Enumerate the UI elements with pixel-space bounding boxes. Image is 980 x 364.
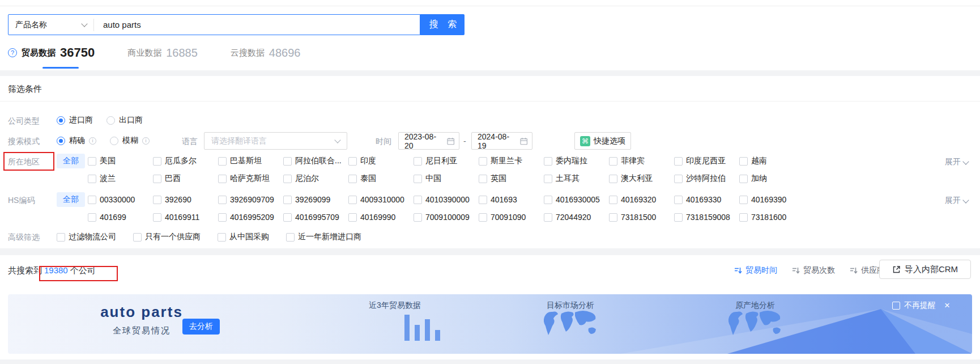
region-checkbox-item[interactable]: 印度尼西亚 <box>674 156 739 166</box>
checkbox[interactable] <box>218 175 227 183</box>
info-icon[interactable]: i <box>89 137 96 145</box>
hs-code-checkbox-item[interactable]: 40169330 <box>674 195 739 204</box>
hs-all-tag[interactable]: 全部 <box>57 192 85 207</box>
checkbox[interactable] <box>609 196 617 204</box>
hs-code-checkbox-item[interactable]: 40169320 <box>609 195 674 204</box>
question-circle-icon[interactable]: ? <box>8 48 17 57</box>
region-all-tag[interactable]: 全部 <box>57 154 85 168</box>
checkbox[interactable] <box>57 233 65 242</box>
tab-trade-data[interactable]: ? 贸易数据 36750 <box>8 46 95 61</box>
checkbox[interactable] <box>348 196 357 204</box>
advanced-checkbox-item[interactable]: 过滤物流公司 <box>57 232 116 242</box>
hs-code-checkbox-item[interactable]: 4016995709 <box>283 213 348 222</box>
sort-trade-count[interactable]: 贸易次数 <box>792 265 835 276</box>
radio-icon[interactable] <box>110 137 118 145</box>
region-checkbox-item[interactable]: 波兰 <box>88 173 153 184</box>
end-date-input[interactable]: 2024-08-19 <box>471 132 532 150</box>
region-checkbox-item[interactable]: 阿拉伯联合... <box>283 156 348 166</box>
checkbox[interactable] <box>218 213 227 222</box>
region-checkbox-item[interactable]: 尼日利亚 <box>414 156 479 166</box>
hs-code-checkbox-item[interactable]: 40169390 <box>739 195 804 204</box>
region-checkbox-item[interactable]: 巴基斯坦 <box>218 156 283 166</box>
region-checkbox-item[interactable]: 厄瓜多尔 <box>153 156 218 166</box>
radio-icon[interactable] <box>57 137 65 145</box>
region-checkbox-item[interactable]: 泰国 <box>348 173 414 184</box>
hs-code-checkbox-item[interactable]: 73181500 <box>609 213 674 222</box>
checkbox[interactable] <box>544 196 552 204</box>
checkbox[interactable] <box>348 213 357 222</box>
region-checkbox-item[interactable]: 土耳其 <box>544 173 609 184</box>
radio-fuzzy-match[interactable]: 模糊 i <box>110 136 150 146</box>
checkbox[interactable] <box>479 175 487 183</box>
region-checkbox-item[interactable]: 哈萨克斯坦 <box>218 173 283 184</box>
checkbox[interactable] <box>479 157 487 166</box>
checkbox[interactable] <box>133 233 142 242</box>
quick-options-button[interactable]: ⌘ 快捷选项 <box>574 132 631 150</box>
search-button[interactable]: 搜 索 <box>420 14 465 35</box>
checkbox[interactable] <box>88 196 96 204</box>
hs-code-checkbox-item[interactable]: 7009100009 <box>414 213 479 222</box>
region-checkbox-item[interactable]: 中国 <box>414 173 479 184</box>
region-checkbox-item[interactable]: 尼泊尔 <box>283 173 348 184</box>
checkbox[interactable] <box>609 157 617 166</box>
checkbox[interactable] <box>348 175 357 183</box>
checkbox[interactable] <box>88 175 96 183</box>
checkbox[interactable] <box>283 157 292 166</box>
checkbox[interactable] <box>674 213 683 222</box>
advanced-checkbox-item[interactable]: 只有一个供应商 <box>133 232 201 242</box>
checkbox[interactable] <box>153 157 161 166</box>
hs-code-checkbox-item[interactable]: 39269099 <box>283 195 348 204</box>
region-checkbox-item[interactable]: 印度 <box>348 156 414 166</box>
checkbox[interactable] <box>674 157 683 166</box>
region-checkbox-item[interactable]: 菲律宾 <box>609 156 674 166</box>
checkbox[interactable] <box>88 157 96 166</box>
search-category-select[interactable]: 产品名称 <box>8 15 93 35</box>
region-checkbox-item[interactable]: 美国 <box>88 156 153 166</box>
info-icon[interactable]: i <box>142 137 150 145</box>
region-checkbox-item[interactable]: 沙特阿拉伯 <box>674 173 739 184</box>
hs-code-checkbox-item[interactable]: 40169990 <box>348 213 414 222</box>
checkbox[interactable] <box>283 196 292 204</box>
checkbox[interactable] <box>544 175 552 183</box>
import-crm-button[interactable]: 导入内部CRM <box>879 260 971 279</box>
checkbox[interactable] <box>283 175 292 183</box>
region-checkbox-item[interactable]: 越南 <box>739 156 804 166</box>
checkbox[interactable] <box>739 175 748 183</box>
radio-icon[interactable] <box>106 116 115 125</box>
region-checkbox-item[interactable]: 巴西 <box>153 173 218 184</box>
hs-code-checkbox-item[interactable]: 4016930005 <box>544 195 609 204</box>
region-checkbox-item[interactable]: 加纳 <box>739 173 804 184</box>
sort-trade-time[interactable]: 贸易时间 <box>734 265 777 276</box>
checkbox[interactable] <box>609 213 617 222</box>
start-date-input[interactable]: 2023-08-20 <box>398 132 459 150</box>
advanced-checkbox-item[interactable]: 从中国采购 <box>218 232 269 242</box>
radio-exporter[interactable]: 出口商 <box>106 115 143 125</box>
hs-code-checkbox-item[interactable]: 392690 <box>153 195 218 204</box>
close-icon[interactable]: × <box>944 302 950 310</box>
hs-code-checkbox-item[interactable]: 4009310000 <box>348 195 414 204</box>
hs-expand-toggle[interactable]: 展开 <box>945 196 968 206</box>
checkbox[interactable] <box>153 175 161 183</box>
search-input[interactable] <box>94 15 420 35</box>
radio-icon[interactable] <box>57 116 65 125</box>
checkbox[interactable] <box>218 157 227 166</box>
checkbox[interactable] <box>544 213 552 222</box>
advanced-checkbox-item[interactable]: 近一年新增进口商 <box>286 232 361 242</box>
hs-code-checkbox-item[interactable]: 4016995209 <box>218 213 283 222</box>
region-checkbox-item[interactable]: 斯里兰卡 <box>479 156 544 166</box>
hs-code-checkbox-item[interactable]: 401693 <box>479 195 544 204</box>
checkbox[interactable] <box>286 233 295 242</box>
checkbox[interactable] <box>739 213 748 222</box>
checkbox[interactable] <box>414 157 422 166</box>
tab-cloud-search-data[interactable]: 云搜数据 48696 <box>231 46 301 61</box>
hs-code-checkbox-item[interactable]: 70091090 <box>479 213 544 222</box>
checkbox[interactable] <box>414 196 422 204</box>
checkbox[interactable] <box>218 233 226 242</box>
region-expand-toggle[interactable]: 展开 <box>945 157 968 167</box>
checkbox[interactable] <box>544 157 552 166</box>
region-checkbox-item[interactable]: 澳大利亚 <box>609 173 674 184</box>
checkbox[interactable] <box>479 196 487 204</box>
hs-code-checkbox-item[interactable]: 4010390000 <box>414 195 479 204</box>
hs-code-checkbox-item[interactable]: 40169911 <box>153 213 218 222</box>
checkbox[interactable] <box>674 196 683 204</box>
